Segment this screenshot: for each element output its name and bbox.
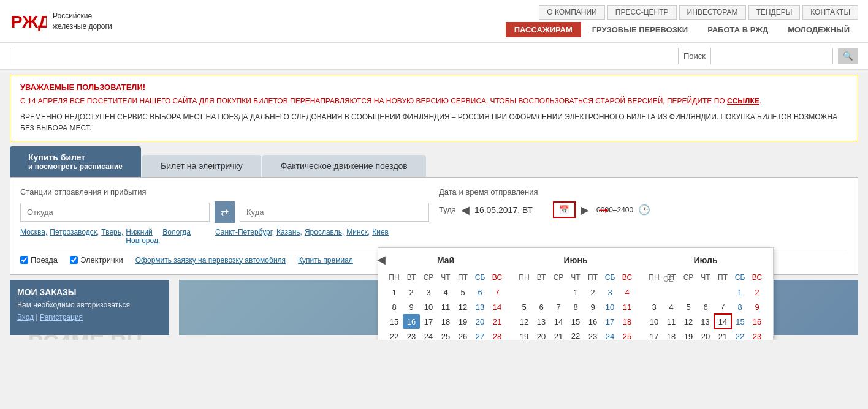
july-d21[interactable]: 21	[714, 329, 731, 340]
june-d21[interactable]: 21	[550, 329, 567, 340]
from-link-4[interactable]: НижнийНовгород,	[126, 228, 160, 245]
premium-link[interactable]: Купить премиал	[298, 256, 353, 265]
june-d6[interactable]: 6	[533, 299, 550, 314]
may-d8[interactable]: 8	[386, 299, 403, 314]
june-d22[interactable]: 22	[567, 329, 584, 340]
from-link-3[interactable]: Тверь,	[101, 228, 123, 245]
july-d12[interactable]: 12	[680, 314, 697, 329]
june-d20[interactable]: 20	[533, 329, 550, 340]
june-d25[interactable]: 25	[619, 329, 636, 340]
tab-buy[interactable]: Купить билет и посмотреть расписание	[10, 146, 141, 177]
may-d16[interactable]: 16	[403, 314, 420, 329]
to-input[interactable]	[240, 203, 429, 222]
july-d8[interactable]: 8	[731, 299, 748, 314]
from-link-5[interactable]: Вологда	[162, 228, 191, 245]
mainnav-jobs[interactable]: РАБОТА В РЖД	[699, 22, 777, 37]
nav-btn-investors[interactable]: ИНВЕСТОРАМ	[679, 5, 746, 20]
june-d13[interactable]: 13	[533, 314, 550, 329]
may-d2[interactable]: 2	[403, 285, 420, 299]
may-d7[interactable]: 7	[489, 285, 506, 299]
june-d10[interactable]: 10	[601, 299, 619, 314]
calendar-prev-month[interactable]: ◀	[377, 253, 386, 266]
july-d4[interactable]: 4	[663, 299, 680, 314]
may-d26[interactable]: 26	[454, 329, 471, 340]
may-d6[interactable]: 6	[471, 285, 489, 299]
july-d5[interactable]: 5	[680, 299, 697, 314]
may-d27[interactable]: 27	[471, 329, 489, 340]
june-d2[interactable]: 2	[584, 285, 601, 299]
to-link-3[interactable]: Ярославль,	[305, 228, 344, 245]
july-d9[interactable]: 9	[748, 299, 766, 314]
july-d3[interactable]: 3	[645, 299, 663, 314]
june-d24[interactable]: 24	[601, 329, 619, 340]
may-d5[interactable]: 5	[454, 285, 471, 299]
july-d13[interactable]: 13	[697, 314, 714, 329]
tab-electric[interactable]: Билет на электричку	[142, 155, 261, 177]
june-d11[interactable]: 11	[619, 299, 636, 314]
from-input[interactable]	[20, 203, 210, 222]
july-d18[interactable]: 18	[663, 329, 680, 340]
time-picker-button[interactable]: 🕐	[638, 204, 650, 216]
may-d14[interactable]: 14	[489, 299, 506, 314]
search-button[interactable]: 🔍	[838, 48, 858, 64]
july-d22[interactable]: 22	[731, 329, 748, 340]
may-d17[interactable]: 17	[420, 314, 437, 329]
july-d19[interactable]: 19	[680, 329, 697, 340]
july-d17[interactable]: 17	[645, 329, 663, 340]
mainnav-youth[interactable]: МОЛОДЕЖНЫЙ	[779, 22, 858, 37]
june-d3[interactable]: 3	[601, 285, 619, 299]
july-d11[interactable]: 11	[663, 314, 680, 329]
may-d28[interactable]: 28	[489, 329, 506, 340]
from-link-1[interactable]: Москва,	[20, 228, 47, 245]
main-search-input[interactable]	[10, 48, 679, 64]
checkbox-electric-label[interactable]: Электрички	[70, 255, 123, 265]
date-next-button[interactable]: ▶	[581, 203, 589, 217]
mainnav-passengers[interactable]: ПАССАЖИРАМ	[506, 22, 581, 37]
to-link-2[interactable]: Казань,	[276, 228, 302, 245]
may-d12[interactable]: 12	[454, 299, 471, 314]
may-d19[interactable]: 19	[454, 314, 471, 329]
may-d23[interactable]: 23	[403, 329, 420, 340]
june-d17[interactable]: 17	[601, 314, 619, 329]
may-d10[interactable]: 10	[420, 299, 437, 314]
may-d20[interactable]: 20	[471, 314, 489, 329]
mainnav-cargo[interactable]: ГРУЗОВЫЕ ПЕРЕВОЗКИ	[584, 22, 696, 37]
swap-button[interactable]: ⇄	[215, 201, 235, 223]
nav-btn-press[interactable]: ПРЕСС-ЦЕНТР	[607, 5, 677, 20]
register-link[interactable]: Регистрация	[40, 313, 83, 321]
june-d4[interactable]: 4	[619, 285, 636, 299]
june-d12[interactable]: 12	[516, 314, 533, 329]
from-link-2[interactable]: Петрозаводск,	[50, 228, 99, 245]
june-d16[interactable]: 16	[584, 314, 601, 329]
june-d19[interactable]: 19	[516, 329, 533, 340]
may-d13[interactable]: 13	[471, 299, 489, 314]
june-d15[interactable]: 15	[567, 314, 584, 329]
july-d14[interactable]: 14	[714, 314, 731, 329]
july-d7[interactable]: 7	[714, 299, 731, 314]
to-link-4[interactable]: Минск,	[346, 228, 370, 245]
may-d18[interactable]: 18	[437, 314, 454, 329]
may-d25[interactable]: 25	[437, 329, 454, 340]
july-d20[interactable]: 20	[697, 329, 714, 340]
june-d5[interactable]: 5	[516, 299, 533, 314]
may-d21[interactable]: 21	[489, 314, 506, 329]
july-d6[interactable]: 6	[697, 299, 714, 314]
june-d9[interactable]: 9	[584, 299, 601, 314]
may-d24[interactable]: 24	[420, 329, 437, 340]
july-d1[interactable]: 1	[731, 285, 748, 299]
may-d4[interactable]: 4	[437, 285, 454, 299]
may-d3[interactable]: 3	[420, 285, 437, 299]
search-field[interactable]	[710, 48, 833, 64]
june-d8[interactable]: 8	[567, 299, 584, 314]
cargo-link[interactable]: Оформить заявку на перевозку автомобиля	[135, 256, 286, 265]
may-d11[interactable]: 11	[437, 299, 454, 314]
tab-actual[interactable]: Фактическое движение поездов	[262, 155, 426, 177]
nav-btn-contacts[interactable]: КОНТАКТЫ	[802, 5, 858, 20]
june-d1[interactable]: 1	[567, 285, 584, 299]
july-d10[interactable]: 10	[645, 314, 663, 329]
may-d1[interactable]: 1	[386, 285, 403, 299]
nav-btn-tenders[interactable]: ТЕНДЕРЫ	[748, 5, 801, 20]
may-d22[interactable]: 22	[386, 329, 403, 340]
may-d9[interactable]: 9	[403, 299, 420, 314]
june-d23[interactable]: 23	[584, 329, 601, 340]
